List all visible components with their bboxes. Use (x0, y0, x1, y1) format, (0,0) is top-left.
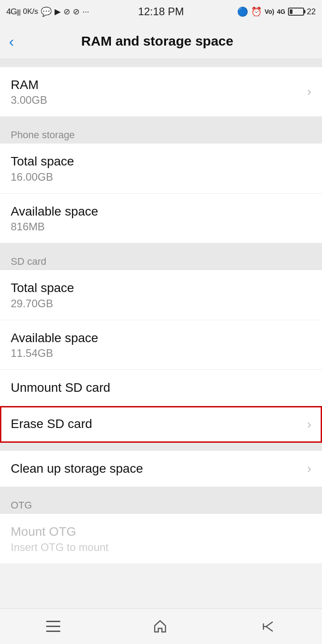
erase-sd-title: Erase SD card (11, 416, 92, 432)
phone-total-space-title: Total space (11, 153, 74, 169)
clean-up-chevron-icon: › (307, 462, 311, 476)
status-left: 4G||| 0K/s 💬 ▶ ⊘ ⊘ ··· (6, 6, 89, 17)
alarm-icon: ⏰ (251, 6, 262, 17)
back-button-nav[interactable] (260, 619, 276, 635)
play-icon: ▶ (55, 7, 61, 17)
sd-total-space-content: Total space 29.70GB (11, 280, 74, 309)
status-right: 🔵 ⏰ Vo) 4G 22 (237, 6, 316, 17)
clean-up-storage-title: Clean up storage space (11, 461, 143, 477)
more-icon: ··· (82, 7, 89, 17)
menu-button[interactable] (46, 619, 60, 634)
back-button[interactable]: ‹ (9, 34, 14, 49)
ram-subtitle: 3.00GB (11, 94, 47, 106)
phone-available-space-item: Available space 816MB (0, 194, 322, 243)
sd-total-space-subtitle: 29.70GB (11, 297, 74, 310)
battery-tip (304, 10, 305, 13)
lte-icon: 4G (277, 8, 285, 15)
ram-item[interactable]: RAM 3.00GB › (0, 67, 322, 117)
mount-otg-item: Mount OTG Insert OTG to mount (0, 514, 322, 564)
home-button[interactable] (152, 619, 168, 635)
bottom-nav (0, 608, 322, 644)
phone-available-space-title: Available space (11, 203, 98, 220)
header: ‹ RAM and storage space (0, 23, 322, 59)
phone-available-space-subtitle: 816MB (11, 220, 98, 233)
mount-otg-content: Mount OTG Insert OTG to mount (11, 524, 109, 553)
clean-up-storage-item[interactable]: Clean up storage space › (0, 451, 322, 487)
speed-indicator: 0K/s (23, 7, 38, 16)
section-separator-cleanup (0, 443, 322, 451)
section-separator-phone (0, 117, 322, 125)
page-content: RAM 3.00GB › Phone storage Total space 1… (0, 59, 322, 600)
ram-item-content: RAM 3.00GB (11, 77, 47, 106)
sd-available-space-title: Available space (11, 330, 98, 346)
erase-sd-item[interactable]: Erase SD card › (0, 406, 322, 442)
mount-otg-subtitle: Insert OTG to mount (11, 541, 109, 554)
volte-icon: Vo) (265, 8, 275, 15)
sd-available-space-content: Available space 11.54GB (11, 330, 98, 360)
blocked-icon1: ⊘ (64, 7, 70, 17)
unmount-sd-content: Unmount SD card (11, 380, 110, 396)
signal-icon: 4G||| (6, 7, 20, 17)
sd-card-section-label: SD card (0, 251, 322, 270)
otg-section-label: OTG (0, 495, 322, 514)
phone-storage-section-label: Phone storage (0, 125, 322, 144)
status-bar: 4G||| 0K/s 💬 ▶ ⊘ ⊘ ··· 12:18 PM 🔵 ⏰ Vo) … (0, 0, 322, 23)
phone-total-space-item: Total space 16.00GB (0, 144, 322, 193)
home-icon (152, 619, 168, 635)
back-icon (260, 619, 276, 635)
battery-fill (290, 9, 292, 14)
ram-title: RAM (11, 77, 47, 93)
unmount-sd-item[interactable]: Unmount SD card (0, 370, 322, 406)
sd-total-space-item: Total space 29.70GB (0, 270, 322, 320)
hamburger-line1 (46, 621, 60, 622)
clean-up-storage-content: Clean up storage space (11, 461, 143, 477)
battery-indicator (288, 8, 304, 16)
section-separator-sd (0, 243, 322, 251)
erase-sd-chevron-icon: › (307, 417, 311, 432)
whatsapp-icon: 💬 (41, 6, 52, 17)
phone-total-space-subtitle: 16.00GB (11, 171, 74, 183)
section-separator-ram (0, 59, 322, 67)
section-separator-otg (0, 487, 322, 495)
sd-total-space-title: Total space (11, 280, 74, 296)
status-time: 12:18 PM (138, 5, 184, 18)
blocked-icon2: ⊘ (73, 7, 80, 17)
page-title: RAM and storage space (21, 34, 293, 49)
sd-available-space-item: Available space 11.54GB (0, 320, 322, 370)
phone-total-space-content: Total space 16.00GB (11, 153, 74, 183)
hamburger-line3 (46, 631, 60, 632)
erase-sd-content: Erase SD card (11, 416, 92, 432)
hamburger-line2 (46, 626, 60, 627)
mount-otg-title: Mount OTG (11, 524, 109, 540)
ram-chevron-icon: › (307, 85, 311, 99)
bluetooth-icon: 🔵 (237, 6, 248, 17)
phone-available-space-content: Available space 816MB (11, 203, 98, 233)
unmount-sd-title: Unmount SD card (11, 380, 110, 396)
battery-level: 22 (307, 7, 316, 17)
sd-available-space-subtitle: 11.54GB (11, 347, 98, 360)
